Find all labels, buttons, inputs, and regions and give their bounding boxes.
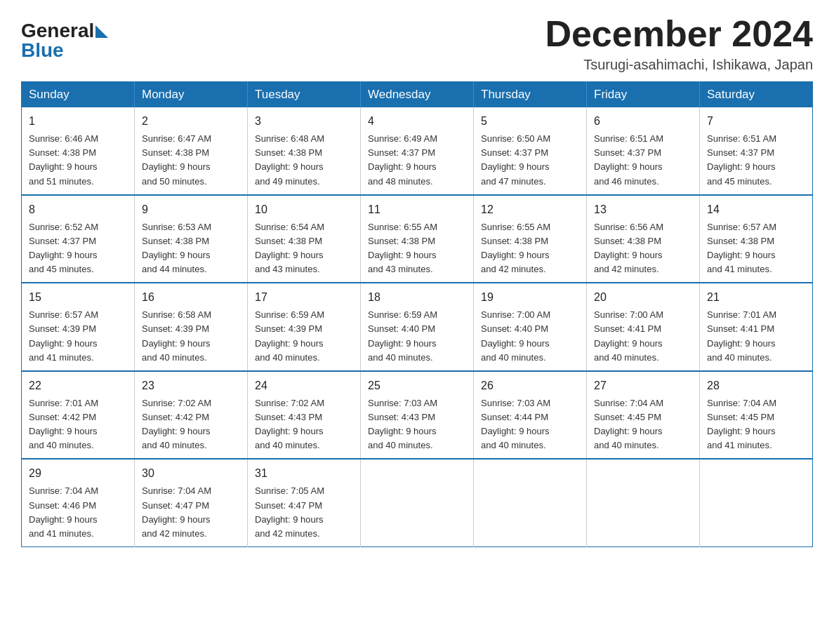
day-number: 6 (594, 113, 692, 130)
day-number: 8 (29, 201, 127, 218)
day-info: Sunrise: 6:59 AM Sunset: 4:39 PM Dayligh… (255, 308, 353, 365)
day-info: Sunrise: 6:58 AM Sunset: 4:39 PM Dayligh… (142, 308, 240, 365)
calendar-cell: 22 Sunrise: 7:01 AM Sunset: 4:42 PM Dayl… (22, 371, 135, 459)
day-number: 27 (594, 377, 692, 394)
day-number: 30 (142, 465, 240, 482)
day-info: Sunrise: 7:00 AM Sunset: 4:41 PM Dayligh… (594, 308, 692, 365)
calendar-cell: 4 Sunrise: 6:49 AM Sunset: 4:37 PM Dayli… (361, 107, 474, 195)
day-info: Sunrise: 7:01 AM Sunset: 4:42 PM Dayligh… (29, 396, 127, 453)
day-info: Sunrise: 6:53 AM Sunset: 4:38 PM Dayligh… (142, 220, 240, 277)
day-info: Sunrise: 7:03 AM Sunset: 4:43 PM Dayligh… (368, 396, 466, 453)
calendar-cell: 19 Sunrise: 7:00 AM Sunset: 4:40 PM Dayl… (474, 283, 587, 371)
day-info: Sunrise: 6:47 AM Sunset: 4:38 PM Dayligh… (142, 132, 240, 189)
calendar-week-row: 1 Sunrise: 6:46 AM Sunset: 4:38 PM Dayli… (22, 107, 813, 195)
logo: General Blue (21, 21, 108, 60)
day-number: 9 (142, 201, 240, 218)
calendar-cell (700, 459, 813, 546)
day-info: Sunrise: 7:02 AM Sunset: 4:43 PM Dayligh… (255, 396, 353, 453)
calendar-cell: 3 Sunrise: 6:48 AM Sunset: 4:38 PM Dayli… (248, 107, 361, 195)
calendar-cell: 28 Sunrise: 7:04 AM Sunset: 4:45 PM Dayl… (700, 371, 813, 459)
calendar-cell: 5 Sunrise: 6:50 AM Sunset: 4:37 PM Dayli… (474, 107, 587, 195)
calendar-cell: 20 Sunrise: 7:00 AM Sunset: 4:41 PM Dayl… (587, 283, 700, 371)
calendar-week-row: 29 Sunrise: 7:04 AM Sunset: 4:46 PM Dayl… (22, 459, 813, 546)
calendar-subtitle: Tsurugi-asahimachi, Ishikawa, Japan (545, 57, 813, 73)
day-info: Sunrise: 6:57 AM Sunset: 4:39 PM Dayligh… (29, 308, 127, 365)
calendar-cell: 24 Sunrise: 7:02 AM Sunset: 4:43 PM Dayl… (248, 371, 361, 459)
day-number: 23 (142, 377, 240, 394)
calendar-cell (474, 459, 587, 546)
day-number: 22 (29, 377, 127, 394)
calendar-cell: 9 Sunrise: 6:53 AM Sunset: 4:38 PM Dayli… (135, 195, 248, 283)
calendar-header-row: Sunday Monday Tuesday Wednesday Thursday… (22, 82, 813, 108)
day-info: Sunrise: 6:55 AM Sunset: 4:38 PM Dayligh… (368, 220, 466, 277)
day-info: Sunrise: 6:59 AM Sunset: 4:40 PM Dayligh… (368, 308, 466, 365)
header-thursday: Thursday (474, 82, 587, 108)
day-number: 29 (29, 465, 127, 482)
calendar-cell: 30 Sunrise: 7:04 AM Sunset: 4:47 PM Dayl… (135, 459, 248, 546)
day-info: Sunrise: 7:02 AM Sunset: 4:42 PM Dayligh… (142, 396, 240, 453)
day-number: 1 (29, 113, 127, 130)
day-info: Sunrise: 6:57 AM Sunset: 4:38 PM Dayligh… (707, 220, 805, 277)
calendar-cell (587, 459, 700, 546)
calendar-cell: 2 Sunrise: 6:47 AM Sunset: 4:38 PM Dayli… (135, 107, 248, 195)
calendar-week-row: 15 Sunrise: 6:57 AM Sunset: 4:39 PM Dayl… (22, 283, 813, 371)
day-number: 7 (707, 113, 805, 130)
day-number: 15 (29, 289, 127, 306)
calendar-cell: 14 Sunrise: 6:57 AM Sunset: 4:38 PM Dayl… (700, 195, 813, 283)
calendar-cell: 6 Sunrise: 6:51 AM Sunset: 4:37 PM Dayli… (587, 107, 700, 195)
calendar-cell: 7 Sunrise: 6:51 AM Sunset: 4:37 PM Dayli… (700, 107, 813, 195)
day-info: Sunrise: 7:00 AM Sunset: 4:40 PM Dayligh… (481, 308, 579, 365)
day-info: Sunrise: 7:03 AM Sunset: 4:44 PM Dayligh… (481, 396, 579, 453)
page-header: General Blue December 2024 Tsurugi-asahi… (21, 14, 813, 73)
calendar-cell (361, 459, 474, 546)
calendar-cell: 16 Sunrise: 6:58 AM Sunset: 4:39 PM Dayl… (135, 283, 248, 371)
day-number: 25 (368, 377, 466, 394)
day-number: 10 (255, 201, 353, 218)
day-info: Sunrise: 6:49 AM Sunset: 4:37 PM Dayligh… (368, 132, 466, 189)
day-info: Sunrise: 6:50 AM Sunset: 4:37 PM Dayligh… (481, 132, 579, 189)
calendar-cell: 18 Sunrise: 6:59 AM Sunset: 4:40 PM Dayl… (361, 283, 474, 371)
calendar-cell: 21 Sunrise: 7:01 AM Sunset: 4:41 PM Dayl… (700, 283, 813, 371)
day-number: 16 (142, 289, 240, 306)
header-friday: Friday (587, 82, 700, 108)
calendar-cell: 27 Sunrise: 7:04 AM Sunset: 4:45 PM Dayl… (587, 371, 700, 459)
day-info: Sunrise: 6:56 AM Sunset: 4:38 PM Dayligh… (594, 220, 692, 277)
calendar-cell: 12 Sunrise: 6:55 AM Sunset: 4:38 PM Dayl… (474, 195, 587, 283)
logo-text-general: General (21, 20, 94, 41)
day-number: 31 (255, 465, 353, 482)
header-tuesday: Tuesday (248, 82, 361, 108)
day-number: 28 (707, 377, 805, 394)
day-info: Sunrise: 6:51 AM Sunset: 4:37 PM Dayligh… (707, 132, 805, 189)
day-info: Sunrise: 7:04 AM Sunset: 4:46 PM Dayligh… (29, 484, 127, 541)
day-info: Sunrise: 6:51 AM Sunset: 4:37 PM Dayligh… (594, 132, 692, 189)
day-info: Sunrise: 6:55 AM Sunset: 4:38 PM Dayligh… (481, 220, 579, 277)
calendar-cell: 8 Sunrise: 6:52 AM Sunset: 4:37 PM Dayli… (22, 195, 135, 283)
day-info: Sunrise: 6:46 AM Sunset: 4:38 PM Dayligh… (29, 132, 127, 189)
day-info: Sunrise: 7:04 AM Sunset: 4:45 PM Dayligh… (594, 396, 692, 453)
header-wednesday: Wednesday (361, 82, 474, 108)
calendar-title: December 2024 (545, 14, 813, 54)
day-number: 24 (255, 377, 353, 394)
day-info: Sunrise: 6:48 AM Sunset: 4:38 PM Dayligh… (255, 132, 353, 189)
day-number: 18 (368, 289, 466, 306)
day-number: 17 (255, 289, 353, 306)
calendar-cell: 29 Sunrise: 7:04 AM Sunset: 4:46 PM Dayl… (22, 459, 135, 546)
calendar-cell: 15 Sunrise: 6:57 AM Sunset: 4:39 PM Dayl… (22, 283, 135, 371)
day-number: 26 (481, 377, 579, 394)
day-number: 3 (255, 113, 353, 130)
header-saturday: Saturday (700, 82, 813, 108)
day-number: 13 (594, 201, 692, 218)
logo-text-blue: Blue (21, 39, 64, 61)
calendar-cell: 17 Sunrise: 6:59 AM Sunset: 4:39 PM Dayl… (248, 283, 361, 371)
header-monday: Monday (135, 82, 248, 108)
calendar-cell: 26 Sunrise: 7:03 AM Sunset: 4:44 PM Dayl… (474, 371, 587, 459)
day-info: Sunrise: 7:04 AM Sunset: 4:47 PM Dayligh… (142, 484, 240, 541)
day-number: 2 (142, 113, 240, 130)
day-number: 12 (481, 201, 579, 218)
day-info: Sunrise: 7:01 AM Sunset: 4:41 PM Dayligh… (707, 308, 805, 365)
day-number: 11 (368, 201, 466, 218)
calendar-cell: 1 Sunrise: 6:46 AM Sunset: 4:38 PM Dayli… (22, 107, 135, 195)
calendar-cell: 25 Sunrise: 7:03 AM Sunset: 4:43 PM Dayl… (361, 371, 474, 459)
calendar-week-row: 22 Sunrise: 7:01 AM Sunset: 4:42 PM Dayl… (22, 371, 813, 459)
calendar-cell: 11 Sunrise: 6:55 AM Sunset: 4:38 PM Dayl… (361, 195, 474, 283)
